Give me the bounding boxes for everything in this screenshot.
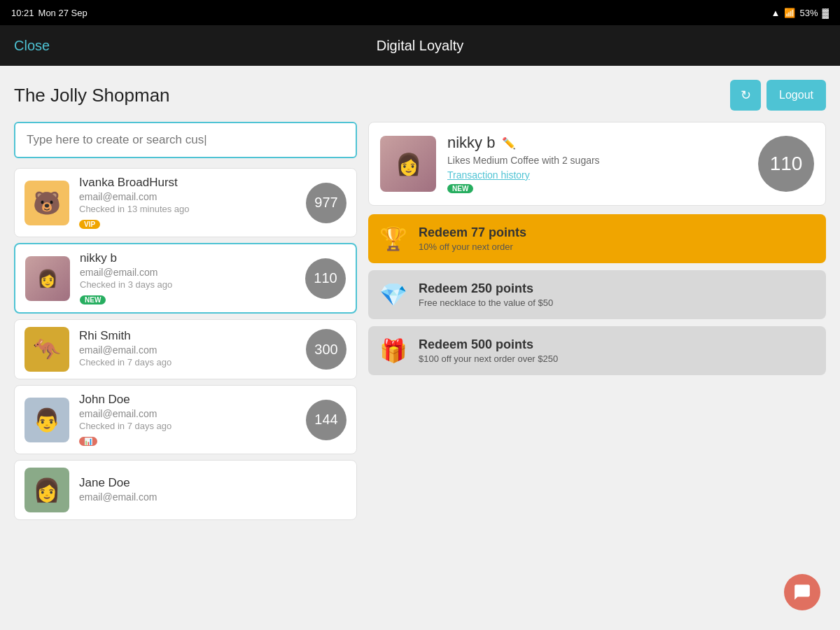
close-button[interactable]: Close bbox=[14, 38, 50, 54]
points-ivanka: 977 bbox=[306, 183, 346, 223]
customer-name-john: John Doe bbox=[79, 393, 306, 407]
gift-icon: 🎁 bbox=[379, 337, 407, 364]
customer-card-rhi[interactable]: 🦘 Rhi Smith email@email.com Checked in 7… bbox=[14, 319, 357, 379]
status-date: Mon 27 Sep bbox=[38, 8, 88, 18]
wifi-icon: 📶 bbox=[784, 8, 795, 18]
status-bar: 10:21 Mon 27 Sep ▲ 📶 53% ▓ bbox=[0, 0, 840, 25]
customer-checkin-rhi: Checked in 7 days ago bbox=[79, 357, 306, 368]
customer-checkin-john: Checked in 7 days ago bbox=[79, 421, 306, 431]
customer-name-ivanka: Ivanka BroadHurst bbox=[79, 176, 306, 190]
right-column: 👩 nikky b ✏️ Likes Medium Coffee with 2 … bbox=[368, 122, 826, 616]
badge-new-nikky: NEW bbox=[80, 295, 106, 304]
customer-email-jane: email@email.com bbox=[79, 491, 346, 503]
reward-subtitle-77: 10% off your next order bbox=[419, 241, 526, 252]
avatar-john: 👨 bbox=[24, 398, 69, 442]
reward-card-77[interactable]: 🏆 Redeem 77 points 10% off your next ord… bbox=[368, 214, 826, 263]
customer-checkin-nikky: Checked in 3 days ago bbox=[80, 279, 305, 290]
left-column: 🐻 Ivanka BroadHurst email@email.com Chec… bbox=[14, 122, 357, 616]
customer-card-john[interactable]: 👨 John Doe email@email.com Checked in 7 … bbox=[14, 385, 357, 454]
customer-name-rhi: Rhi Smith bbox=[79, 329, 306, 343]
customer-email-rhi: email@email.com bbox=[79, 344, 306, 356]
profile-card: 👩 nikky b ✏️ Likes Medium Coffee with 2 … bbox=[368, 122, 826, 206]
search-input[interactable] bbox=[14, 122, 357, 158]
points-nikky: 110 bbox=[305, 258, 346, 299]
customer-name-nikky: nikky b bbox=[80, 251, 305, 265]
status-left: 10:21 Mon 27 Sep bbox=[11, 8, 88, 18]
reward-info-500: Redeem 500 points $100 off your next ord… bbox=[419, 337, 558, 364]
customer-info-rhi: Rhi Smith email@email.com Checked in 7 d… bbox=[79, 329, 306, 370]
avatar-nikky: 👩 bbox=[25, 256, 70, 301]
app-title: Digital Loyalty bbox=[377, 38, 464, 54]
reward-subtitle-500: $100 off your next order over $250 bbox=[419, 354, 558, 364]
customer-card-ivanka[interactable]: 🐻 Ivanka BroadHurst email@email.com Chec… bbox=[14, 168, 357, 237]
store-name: The Jolly Shopman bbox=[14, 85, 170, 106]
customer-card-nikky[interactable]: 👩 nikky b email@email.com Checked in 3 d… bbox=[14, 243, 357, 314]
avatar-rhi: 🦘 bbox=[24, 327, 69, 372]
logout-button[interactable]: Logout bbox=[766, 80, 826, 111]
chat-icon bbox=[793, 583, 811, 601]
profile-info: nikky b ✏️ Likes Medium Coffee with 2 su… bbox=[447, 134, 747, 194]
reward-card-500[interactable]: 🎁 Redeem 500 points $100 off your next o… bbox=[368, 326, 826, 375]
profile-name-text: nikky b bbox=[447, 134, 495, 152]
columns: 🐻 Ivanka BroadHurst email@email.com Chec… bbox=[14, 122, 826, 616]
profile-name-row: nikky b ✏️ bbox=[447, 134, 747, 152]
header-bar: Close Digital Loyalty bbox=[0, 25, 840, 66]
status-right: ▲ 📶 53% ▓ bbox=[771, 8, 829, 18]
profile-photo: 👩 bbox=[380, 136, 436, 192]
customer-info-john: John Doe email@email.com Checked in 7 da… bbox=[79, 393, 306, 447]
customer-name-jane: Jane Doe bbox=[79, 476, 346, 490]
edit-icon[interactable]: ✏️ bbox=[502, 136, 516, 150]
reward-info-77: Redeem 77 points 10% off your next order bbox=[419, 225, 526, 252]
customer-checkin-ivanka: Checked in 13 minutes ago bbox=[79, 204, 306, 214]
reward-card-250[interactable]: 💎 Redeem 250 points Free necklace to the… bbox=[368, 270, 826, 319]
avatar-ivanka: 🐻 bbox=[24, 181, 69, 225]
profile-tagline: Likes Medium Coffee with 2 sugars bbox=[447, 155, 747, 166]
reward-subtitle-250: Free necklace to the value of $50 bbox=[419, 298, 553, 308]
top-row: The Jolly Shopman ↻ Logout bbox=[14, 80, 826, 111]
battery-level: 53% bbox=[799, 8, 818, 18]
refresh-button[interactable]: ↻ bbox=[730, 80, 761, 111]
transaction-history-link[interactable]: Transaction history bbox=[447, 169, 530, 181]
chat-bubble-button[interactable] bbox=[784, 574, 820, 610]
battery-icon: ▓ bbox=[822, 8, 829, 18]
customer-info-ivanka: Ivanka BroadHurst email@email.com Checke… bbox=[79, 176, 306, 230]
trophy-icon: 🏆 bbox=[379, 225, 407, 252]
main-content: The Jolly Shopman ↻ Logout 🐻 Ivanka Broa… bbox=[0, 66, 840, 630]
customer-email-ivanka: email@email.com bbox=[79, 191, 306, 202]
customer-list: 🐻 Ivanka BroadHurst email@email.com Chec… bbox=[14, 168, 357, 526]
points-john: 144 bbox=[306, 400, 346, 440]
customer-info-jane: Jane Doe email@email.com bbox=[79, 476, 346, 504]
diamond-icon: 💎 bbox=[379, 281, 407, 308]
badge-chart-john: 📊 bbox=[79, 437, 97, 446]
customer-info-nikky: nikky b email@email.com Checked in 3 day… bbox=[80, 251, 305, 305]
points-rhi: 300 bbox=[306, 329, 346, 370]
reward-title-77: Redeem 77 points bbox=[419, 225, 526, 240]
avatar-jane: 👩 bbox=[24, 468, 69, 512]
badge-new-profile: NEW bbox=[447, 184, 473, 193]
reward-info-250: Redeem 250 points Free necklace to the v… bbox=[419, 281, 553, 308]
status-time: 10:21 bbox=[11, 8, 34, 18]
reward-title-250: Redeem 250 points bbox=[419, 281, 553, 296]
badge-vip-ivanka: VIP bbox=[79, 220, 100, 229]
location-icon: ▲ bbox=[771, 8, 780, 18]
customer-email-john: email@email.com bbox=[79, 408, 306, 419]
profile-points: 110 bbox=[758, 136, 814, 192]
reward-title-500: Redeem 500 points bbox=[419, 337, 558, 352]
customer-card-jane[interactable]: 👩 Jane Doe email@email.com bbox=[14, 460, 357, 520]
customer-email-nikky: email@email.com bbox=[80, 267, 305, 278]
top-buttons: ↻ Logout bbox=[730, 80, 826, 111]
